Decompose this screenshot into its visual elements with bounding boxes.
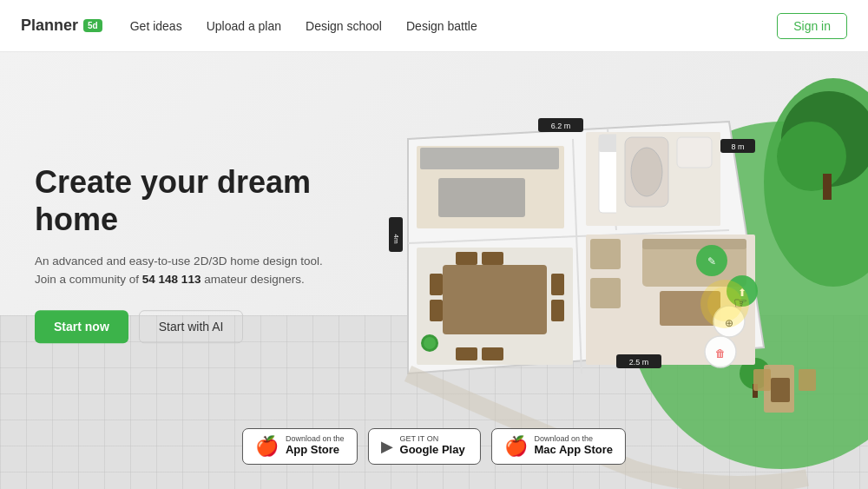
mac-store-big: Mac App Store <box>535 443 614 458</box>
navbar: Planner 5d Get ideas Upload a plan Desig… <box>0 0 868 52</box>
mac-apple-icon: 🍎 <box>504 435 528 458</box>
svg-rect-31 <box>456 252 477 265</box>
svg-rect-32 <box>482 252 503 265</box>
hero-community-count: 54 148 113 <box>142 274 201 287</box>
svg-rect-23 <box>590 239 621 269</box>
signin-button[interactable]: Sign in <box>777 13 847 39</box>
svg-text:8 m: 8 m <box>731 142 744 151</box>
nav-links: Get ideas Upload a plan Design school De… <box>130 19 777 33</box>
mac-app-store-badge[interactable]: 🍎 Download on the Mac App Store <box>491 428 627 465</box>
hero-desc-pre: An advanced and easy-to-use 2D/3D home d… <box>35 254 323 268</box>
apple-icon: 🍎 <box>255 435 279 458</box>
svg-rect-59 <box>677 137 712 168</box>
svg-rect-26 <box>443 265 547 334</box>
start-now-button[interactable]: Start now <box>35 310 128 343</box>
nav-design-school[interactable]: Design school <box>306 19 382 33</box>
app-store-big: App Store <box>286 443 345 458</box>
hero-desc-post: amateur designers. <box>204 274 305 287</box>
svg-rect-28 <box>430 300 443 321</box>
mac-store-small: Download on the <box>535 435 614 443</box>
hero-section: 6.2 m 8 m 4m 2.5 m ✎ ⬆ ⊕ 🗑 ☞ <box>0 52 868 489</box>
google-play-small: GET IT ON <box>400 435 465 443</box>
svg-rect-61 <box>753 369 771 391</box>
nav-design-battle[interactable]: Design battle <box>406 19 477 33</box>
svg-point-58 <box>631 148 662 196</box>
nav-upload-plan[interactable]: Upload a plan <box>207 19 281 33</box>
svg-rect-14 <box>438 178 525 217</box>
hero-buttons: Start now Start with AI <box>35 310 330 343</box>
svg-rect-4 <box>823 174 832 200</box>
svg-rect-21 <box>642 239 746 249</box>
logo[interactable]: Planner 5d <box>21 17 102 35</box>
svg-point-36 <box>424 337 436 349</box>
google-play-badge[interactable]: ▶ GET IT ON Google Play <box>368 428 481 465</box>
svg-text:🗑: 🗑 <box>715 347 726 360</box>
hero-description: An advanced and easy-to-use 2D/3D home d… <box>35 252 330 289</box>
svg-text:2.5 m: 2.5 m <box>629 358 649 367</box>
nav-get-ideas[interactable]: Get ideas <box>130 19 182 33</box>
svg-rect-62 <box>799 369 816 391</box>
app-store-badge[interactable]: 🍎 Download on the App Store <box>242 428 358 465</box>
logo-name: Planner <box>21 17 78 35</box>
hero-desc-community: Join a community of <box>35 274 139 287</box>
svg-rect-33 <box>456 347 477 360</box>
app-store-small: Download on the <box>286 435 345 443</box>
svg-rect-24 <box>590 278 621 308</box>
svg-point-3 <box>777 122 846 191</box>
start-with-ai-button[interactable]: Start with AI <box>139 310 244 343</box>
svg-rect-27 <box>430 274 443 295</box>
google-play-icon: ▶ <box>381 437 393 456</box>
logo-badge: 5d <box>83 19 102 32</box>
svg-rect-63 <box>771 378 790 402</box>
svg-text:4m: 4m <box>392 234 400 243</box>
hero-content: Create your dream home An advanced and e… <box>35 163 330 379</box>
svg-rect-34 <box>482 347 503 360</box>
room-illustration: 6.2 m 8 m 4m 2.5 m ✎ ⬆ ⊕ 🗑 ☞ <box>330 52 868 489</box>
svg-rect-30 <box>551 300 564 321</box>
svg-text:6.2 m: 6.2 m <box>551 122 571 130</box>
hero-title: Create your dream home <box>35 163 330 238</box>
svg-text:✎: ✎ <box>707 255 716 268</box>
svg-rect-13 <box>420 148 559 169</box>
google-play-big: Google Play <box>400 443 465 458</box>
app-badges: 🍎 Download on the App Store ▶ GET IT ON … <box>242 428 626 465</box>
svg-text:☞: ☞ <box>733 294 747 312</box>
svg-rect-29 <box>551 274 564 295</box>
